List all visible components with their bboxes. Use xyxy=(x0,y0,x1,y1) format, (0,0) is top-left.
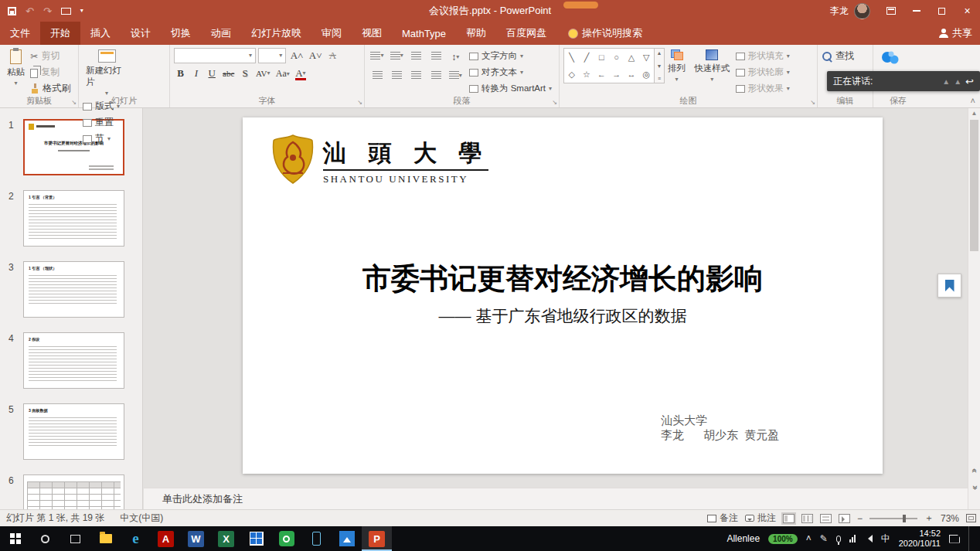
close-button[interactable]: × xyxy=(954,0,980,22)
thumbnail-slide-3[interactable]: 1 引言 （现状） xyxy=(23,261,124,318)
tab-slideshow[interactable]: 幻灯片放映 xyxy=(241,22,311,45)
line-spacing-button[interactable]: ↕▾ xyxy=(447,49,464,65)
slide-sorter-view-button[interactable] xyxy=(801,514,813,523)
shape-diamond-icon[interactable]: ◇ xyxy=(568,70,574,80)
slide-counter[interactable]: 幻灯片 第 1 张, 共 19 张 xyxy=(6,512,104,525)
thumbnail-slide-5[interactable]: 3 面板数据 xyxy=(23,403,124,460)
restore-button[interactable] xyxy=(929,0,954,22)
shape-triangle-icon[interactable]: △ xyxy=(628,53,635,63)
quick-styles-button[interactable]: 快速样式▾ xyxy=(691,48,733,84)
notes-toggle-button[interactable]: 备注 xyxy=(707,512,738,525)
bold-button[interactable]: B xyxy=(174,66,187,81)
volume-icon[interactable] xyxy=(864,535,873,542)
zoom-slider-thumb[interactable] xyxy=(903,515,906,522)
search-button[interactable] xyxy=(30,526,60,551)
cut-button[interactable]: ✂剪切 xyxy=(30,48,70,64)
ribbon-display-options-button[interactable] xyxy=(878,0,903,22)
shape-rect-icon[interactable]: □ xyxy=(599,53,604,62)
align-left-button[interactable] xyxy=(369,68,386,83)
tab-animations[interactable]: 动画 xyxy=(201,22,241,45)
italic-button[interactable]: I xyxy=(189,66,202,81)
font-color-button[interactable]: A▾ xyxy=(294,66,307,81)
collapse-ribbon-icon[interactable]: ˄ xyxy=(971,96,975,106)
minimize-button[interactable] xyxy=(903,0,929,22)
decrease-indent-button[interactable] xyxy=(408,48,425,63)
file-explorer-button[interactable] xyxy=(90,526,121,551)
shape-triangle-down-icon[interactable]: ▽ xyxy=(643,53,649,63)
copy-button[interactable]: 复制 xyxy=(30,64,70,80)
edge-button[interactable]: e xyxy=(121,526,151,551)
format-painter-button[interactable]: 格式刷 xyxy=(30,80,70,97)
slide-authors[interactable]: 李龙 胡少东 黄元盈 xyxy=(661,428,779,443)
tab-transitions[interactable]: 切换 xyxy=(161,22,201,45)
tray-user-name[interactable]: Allenlee xyxy=(726,533,760,544)
shapes-gallery-scroll[interactable]: ▲▼≡ xyxy=(655,48,665,83)
shape-circle-icon[interactable]: ○ xyxy=(614,53,619,62)
align-right-button[interactable] xyxy=(408,68,425,83)
zoom-out-button[interactable]: − xyxy=(857,513,863,524)
network-icon[interactable] xyxy=(849,535,856,542)
paragraph-dialog-launcher[interactable]: ↘ xyxy=(552,99,557,106)
tab-design[interactable]: 设计 xyxy=(121,22,161,45)
slide-editing-area[interactable]: 汕 頭 大 學 SHANTOU UNIVERSITY 市委书记更替对经济增长的影… xyxy=(243,117,883,474)
slideshow-view-button[interactable] xyxy=(839,514,850,523)
reset-button[interactable]: 重置 xyxy=(83,114,120,131)
text-shadow-button[interactable]: S xyxy=(239,66,252,81)
tray-expand-icon[interactable]: ˄ xyxy=(806,534,812,543)
acrobat-button[interactable]: A xyxy=(151,526,181,551)
reading-view-button[interactable] xyxy=(820,514,832,523)
shape-arrow-left-icon[interactable]: ← xyxy=(597,70,606,79)
vertical-scrollbar[interactable]: ▲ ‹‹ ‹‹ xyxy=(968,108,980,509)
previous-slide-button[interactable]: ‹‹ xyxy=(968,464,980,475)
zoom-slider[interactable] xyxy=(869,518,917,519)
shape-line2-icon[interactable]: ╱ xyxy=(584,53,590,63)
slide-title[interactable]: 市委书记更替对经济增长的影响 xyxy=(243,260,883,298)
tell-me-search[interactable]: 操作说明搜索 xyxy=(569,22,642,45)
shape-fill-button[interactable]: 形状填充▾ xyxy=(736,48,790,64)
clipboard-dialog-launcher[interactable]: ↘ xyxy=(71,99,77,106)
tab-view[interactable]: 视图 xyxy=(352,22,392,45)
font-size-combo[interactable]: ▾ xyxy=(258,48,286,63)
font-name-combo[interactable]: ▾ xyxy=(174,48,256,63)
account-name[interactable]: 李龙 xyxy=(830,5,849,18)
comments-toggle-button[interactable]: 批注 xyxy=(745,512,776,525)
office-grid-button[interactable] xyxy=(241,526,271,551)
return-to-meeting-icon[interactable]: ↩ xyxy=(965,76,974,87)
scrollbar-thumb[interactable] xyxy=(970,120,978,251)
word-button[interactable]: W xyxy=(181,526,211,551)
tab-review[interactable]: 审阅 xyxy=(311,22,352,45)
next-slide-button[interactable]: ‹‹ xyxy=(968,483,980,494)
numbering-button[interactable]: ▾ xyxy=(388,48,405,63)
zoom-in-button[interactable]: ＋ xyxy=(924,512,934,525)
battery-indicator[interactable]: 100% xyxy=(768,534,798,544)
bookmark-floating-button[interactable] xyxy=(937,274,961,298)
drawing-dialog-launcher[interactable]: ↘ xyxy=(810,99,815,106)
shape-outline-button[interactable]: 形状轮廓▾ xyxy=(736,64,790,80)
slide-affiliation[interactable]: 汕头大学 xyxy=(661,413,707,428)
bullets-button[interactable]: ▾ xyxy=(369,48,386,63)
clear-formatting-button[interactable]: A xyxy=(326,48,339,63)
shape-arrow-right-icon[interactable]: → xyxy=(612,70,621,79)
excel-button[interactable]: X xyxy=(211,526,241,551)
tab-file[interactable]: 文件 xyxy=(0,22,40,45)
text-direction-button[interactable]: 文字方向▾ xyxy=(469,48,552,64)
meeting-floating-indicator[interactable] xyxy=(563,2,598,9)
arrange-button[interactable]: 排列▾ xyxy=(665,48,689,84)
grow-font-button[interactable]: A˄ xyxy=(289,48,305,63)
fit-slide-to-window-button[interactable] xyxy=(966,514,976,522)
section-button[interactable]: 节▾ xyxy=(83,131,120,147)
photos-button[interactable] xyxy=(332,526,362,551)
font-dialog-launcher[interactable]: ↘ xyxy=(357,99,362,106)
tab-help[interactable]: 帮助 xyxy=(456,22,496,45)
change-case-button[interactable]: Aa▾ xyxy=(274,66,291,82)
normal-view-button[interactable] xyxy=(783,514,795,523)
shapes-gallery[interactable]: ╲ ╱ □ ○ △ ▽ ◇ ☆ ← → ↔ ◎ xyxy=(563,48,655,83)
customize-qat-icon[interactable]: ▾ xyxy=(80,8,83,14)
show-desktop-button[interactable] xyxy=(968,526,972,551)
pen-icon[interactable]: ✎ xyxy=(820,534,828,543)
start-button[interactable] xyxy=(0,526,30,551)
zoom-percent[interactable]: 73% xyxy=(941,513,959,524)
increase-indent-button[interactable] xyxy=(427,48,444,63)
justify-button[interactable] xyxy=(427,68,444,83)
shape-star-icon[interactable]: ☆ xyxy=(583,70,590,80)
